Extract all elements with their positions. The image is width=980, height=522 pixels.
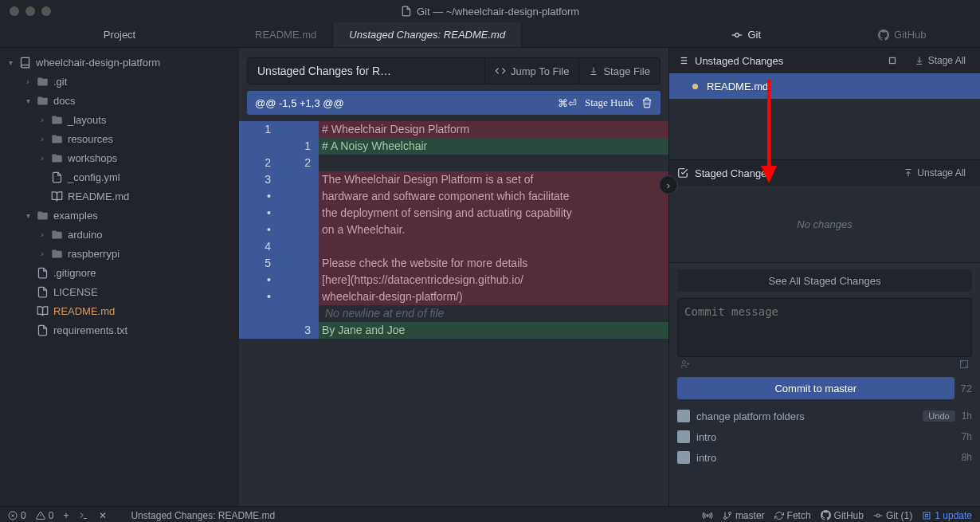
history-time: 1h bbox=[962, 410, 972, 422]
close-status-button[interactable]: ✕ bbox=[99, 510, 107, 521]
svg-point-30 bbox=[876, 514, 880, 517]
tree-item[interactable]: LICENSE bbox=[0, 282, 239, 301]
svg-point-12 bbox=[693, 84, 697, 88]
diff-line[interactable]: •wheelchair-design-platform/) bbox=[239, 288, 668, 305]
diff-line[interactable]: •[here](https://datacentricdesign.github… bbox=[239, 272, 668, 288]
stage-hunk-label: Stage Hunk bbox=[585, 96, 633, 109]
unstage-all-label: Unstage All bbox=[917, 167, 966, 179]
status-bar: 0 0 + ✕ Unstaged Changes: README.md mast… bbox=[0, 506, 980, 522]
git-tab[interactable]: Git bbox=[668, 22, 825, 47]
history-time: 7h bbox=[962, 431, 972, 442]
project-root[interactable]: ▾ wheelchair-design-platform bbox=[0, 53, 239, 72]
status-errors[interactable]: 0 bbox=[8, 510, 26, 521]
ssh-indicator[interactable] bbox=[702, 510, 713, 521]
tree-item-label: .git bbox=[53, 76, 67, 88]
diff-line[interactable]: 22 bbox=[239, 155, 668, 171]
tree-item[interactable]: ›.git bbox=[0, 72, 239, 91]
diff-line[interactable]: •hardware and software component which f… bbox=[239, 188, 668, 205]
package-icon bbox=[922, 511, 931, 520]
terminal-icon bbox=[78, 511, 89, 520]
minimize-window-button[interactable] bbox=[25, 6, 35, 16]
stage-all-label: Stage All bbox=[928, 55, 966, 66]
diff-line[interactable]: No newline at end of file bbox=[239, 305, 668, 322]
svg-rect-10 bbox=[889, 58, 895, 64]
editor-tab[interactable]: README.md bbox=[239, 22, 333, 47]
git-status-button[interactable]: Git (1) bbox=[873, 510, 912, 521]
history-row[interactable]: intro7h bbox=[669, 426, 980, 447]
tree-item-label: _layouts bbox=[68, 114, 106, 126]
commit-message-input[interactable] bbox=[677, 298, 972, 357]
svg-rect-33 bbox=[923, 512, 930, 519]
tree-item-label: resources bbox=[68, 133, 113, 145]
expand-commit-icon[interactable] bbox=[959, 359, 969, 372]
updates-button[interactable]: 1 update bbox=[922, 510, 972, 521]
tree-item[interactable]: ›raspberrypi bbox=[0, 244, 239, 263]
new-file-button[interactable]: + bbox=[63, 510, 69, 521]
tree-item[interactable]: ›arduino bbox=[0, 225, 239, 244]
history-row[interactable]: intro8h bbox=[669, 447, 980, 468]
tree-item[interactable]: ›workshops bbox=[0, 148, 239, 167]
diff-line[interactable]: 3By Jane and Joe bbox=[239, 322, 668, 339]
tree-item-label: workshops bbox=[68, 152, 117, 164]
stage-file-button[interactable]: Stage File bbox=[578, 58, 660, 84]
tree-item-label: README.md bbox=[68, 190, 129, 202]
diff-line[interactable]: 3The Wheelchair Design Platform is a set… bbox=[239, 171, 668, 188]
collapse-unstaged-button[interactable] bbox=[883, 55, 902, 66]
tree-item-label: docs bbox=[53, 95, 75, 107]
unstaged-title: Unstaged Changes bbox=[695, 55, 783, 67]
jump-to-file-button[interactable]: Jump To File bbox=[484, 58, 578, 84]
tree-item[interactable]: .gitignore bbox=[0, 263, 239, 282]
tree-item[interactable]: ▾examples bbox=[0, 206, 239, 225]
diff-line[interactable]: 4 bbox=[239, 238, 668, 255]
diff-line[interactable]: 1# A Noisy Wheelchair bbox=[239, 138, 668, 155]
tree-item[interactable]: requirements.txt bbox=[0, 320, 239, 339]
see-all-staged-button[interactable]: See All Staged Changes bbox=[677, 269, 972, 292]
status-path: Unstaged Changes: README.md bbox=[131, 510, 275, 521]
svg-point-29 bbox=[723, 516, 726, 519]
unstage-all-button[interactable]: Unstage All bbox=[897, 164, 972, 182]
tree-item[interactable]: README.md bbox=[0, 186, 239, 206]
diff-line[interactable]: 1# Wheelchair Design Platform bbox=[239, 121, 668, 138]
diff-line[interactable]: •the deployment of sensing and actuating… bbox=[239, 205, 668, 222]
hunk-header[interactable]: @@ -1,5 +1,3 @@ ⌘⏎ Stage Hunk bbox=[247, 91, 661, 115]
commit-button[interactable]: Commit to master bbox=[677, 377, 955, 399]
unstaged-file-label: README.md bbox=[707, 80, 768, 92]
diff-line[interactable]: 5Please check the website for more detai… bbox=[239, 255, 668, 272]
status-warnings[interactable]: 0 bbox=[36, 510, 54, 521]
unstaged-file[interactable]: README.md bbox=[669, 73, 980, 99]
tree-item[interactable]: ▾docs bbox=[0, 91, 239, 110]
diff-line[interactable]: •on a Wheelchair. bbox=[239, 222, 668, 238]
git-commit-icon bbox=[873, 511, 883, 520]
zoom-window-button[interactable] bbox=[41, 6, 51, 16]
history-row[interactable]: change platform foldersUndo1h bbox=[669, 406, 980, 426]
github-icon bbox=[878, 29, 889, 41]
git-commit-icon bbox=[731, 29, 743, 41]
upload-icon bbox=[904, 168, 913, 178]
coauthor-icon[interactable] bbox=[680, 359, 690, 372]
repo-icon bbox=[19, 57, 31, 69]
tree-item[interactable]: _config.yml bbox=[0, 167, 239, 186]
tree-item[interactable]: README.md bbox=[0, 301, 239, 320]
fetch-button[interactable]: Fetch bbox=[774, 510, 811, 521]
trash-icon[interactable] bbox=[641, 96, 653, 109]
undo-button[interactable]: Undo bbox=[923, 410, 955, 422]
alert-icon bbox=[36, 511, 45, 520]
expand-panel-button[interactable]: › bbox=[659, 175, 678, 194]
terminal-button[interactable] bbox=[78, 511, 89, 520]
branch-button[interactable]: master bbox=[723, 510, 765, 521]
editor-tab[interactable]: Unstaged Changes: README.md bbox=[333, 22, 522, 47]
stage-all-button[interactable]: Stage All bbox=[908, 52, 972, 69]
git-tab-label: Git bbox=[747, 29, 761, 41]
tree-item[interactable]: ›_layouts bbox=[0, 110, 239, 129]
git-branch-icon bbox=[723, 510, 732, 521]
close-window-button[interactable] bbox=[10, 6, 19, 16]
stage-hunk-shortcut: ⌘⏎ bbox=[558, 97, 577, 109]
tree-item-label: arduino bbox=[68, 229, 102, 241]
tree-item-label: LICENSE bbox=[53, 286, 98, 298]
github-status-button[interactable]: GitHub bbox=[821, 510, 864, 521]
avatar bbox=[677, 410, 690, 422]
github-tab[interactable]: GitHub bbox=[825, 22, 981, 47]
tree-item[interactable]: ›resources bbox=[0, 129, 239, 148]
git-panel: Unstaged Changes Stage All README.md bbox=[668, 48, 980, 506]
svg-point-26 bbox=[707, 514, 708, 516]
